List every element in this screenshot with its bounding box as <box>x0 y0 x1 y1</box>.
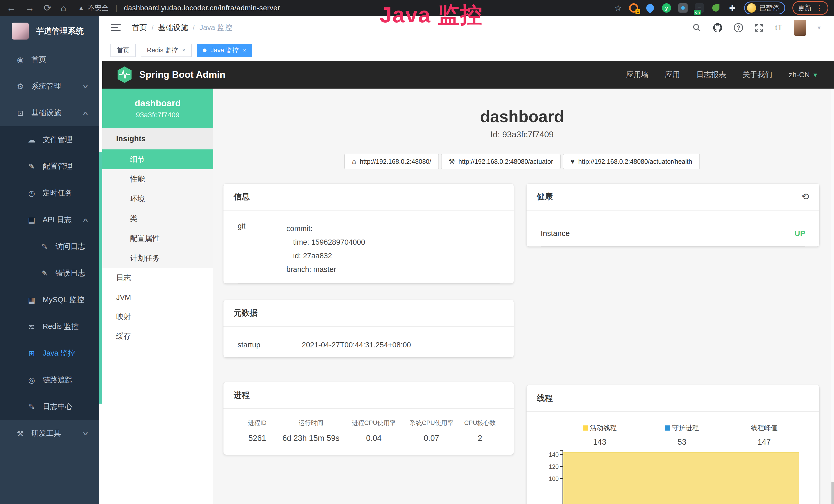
sidebar-item-mysql-monitor[interactable]: ▦ MySQL 监控 <box>0 287 99 313</box>
iframe-scrollbar-thumb[interactable] <box>99 152 102 404</box>
info-key: git <box>238 222 286 276</box>
sidebar-item-file-manage[interactable]: ☁ 文件管理 <box>0 126 99 153</box>
sba-item-classes[interactable]: 类 <box>102 209 213 229</box>
page-scrollbar[interactable] <box>831 89 834 504</box>
sidebar-item-access-log[interactable]: ✎ 访问日志 <box>0 233 99 260</box>
page-scrollbar-thumb[interactable] <box>831 482 834 504</box>
font-size-icon[interactable]: tT <box>775 23 783 32</box>
sba-item-metrics[interactable]: 性能 <box>102 169 213 189</box>
sidebar-item-tracing[interactable]: ◎ 链路追踪 <box>0 367 99 393</box>
sidebar-item-config-manage[interactable]: ✎ 配置管理 <box>0 153 99 180</box>
close-icon[interactable]: × <box>243 47 246 54</box>
sba-sidebar: dashboard 93a3fc7f7409 Insights 细节 性能 环境… <box>102 89 213 504</box>
process-card-body: 进程ID 运行时间 进程CPU使用率 系统CPU使用率 CPU核心数 5261 … <box>223 419 514 455</box>
health-url-button[interactable]: ♥ http://192.168.0.2:48080/actuator/heal… <box>563 154 700 169</box>
profile-paused-pill[interactable]: 已暂停 <box>744 2 785 15</box>
fullscreen-icon[interactable] <box>754 23 764 32</box>
info-card-title: 信息 <box>223 184 514 210</box>
extension-y-icon[interactable]: y <box>662 3 671 13</box>
sidebar-collapse-icon[interactable] <box>111 24 121 31</box>
extensions-puzzle-icon[interactable]: ✚ <box>728 3 737 13</box>
url-text[interactable]: dashboard.yudao.iocoder.cn/infra/admin-s… <box>124 4 280 12</box>
sba-nav-wallboard[interactable]: 应用墙 <box>626 70 649 80</box>
browser-update-button[interactable]: 更新 ⋮ <box>792 1 828 15</box>
reload-icon[interactable]: ⟳ <box>44 3 51 13</box>
forward-icon[interactable]: → <box>25 3 35 13</box>
sidebar-item-label: Redis 监控 <box>43 321 79 332</box>
process-cpu: 0.04 <box>345 434 402 443</box>
sidebar-item-error-log[interactable]: ✎ 错误日志 <box>0 260 99 287</box>
axis-tick <box>560 450 563 451</box>
breadcrumb-home[interactable]: 首页 <box>132 23 147 33</box>
sidebar-item-log-center[interactable]: ✎ 日志中心 <box>0 393 99 420</box>
extension-leaf-icon[interactable] <box>711 3 721 13</box>
browser-menu-icon[interactable]: ⋮ <box>816 4 823 12</box>
sidebar-item-redis-monitor[interactable]: ≋ Redis 监控 <box>0 313 99 340</box>
sba-brand[interactable]: Spring Boot Admin <box>117 66 225 84</box>
info-card: 信息 git commit: time: 1596289704000 id: 2… <box>223 184 514 283</box>
breadcrumb-separator: / <box>152 24 154 32</box>
sidebar-item-infra[interactable]: ⊡ 基础设施 ∧ <box>0 100 99 126</box>
user-avatar[interactable] <box>794 20 806 36</box>
sidebar-item-api-log[interactable]: ▤ API 日志 ∧ <box>0 206 99 233</box>
sba-nav-about[interactable]: 关于我们 <box>743 70 772 80</box>
axis-tick <box>560 454 563 455</box>
history-icon[interactable]: ⟲ <box>802 191 809 202</box>
sidebar-item-java-monitor[interactable]: ⊞ Java 监控 <box>0 340 99 367</box>
health-row-instance[interactable]: Instance UP <box>541 210 805 247</box>
sba-item-environment[interactable]: 环境 <box>102 189 213 209</box>
sba-item-details[interactable]: 细节 <box>102 150 213 169</box>
sba-item-config-props[interactable]: 配置属性 <box>102 229 213 248</box>
sidebar-item-label: 链路追踪 <box>43 375 72 385</box>
app-logo-row[interactable]: 芋道管理系统 <box>0 16 99 46</box>
bookmark-star-icon[interactable]: ☆ <box>614 3 622 13</box>
iframe-scrollbar[interactable] <box>99 23 102 504</box>
not-secure-warning-icon: ▲ <box>78 4 84 12</box>
search-icon[interactable] <box>692 23 701 32</box>
actuator-url-button[interactable]: ⚒ http://192.168.0.2:48080/actuator <box>441 154 561 169</box>
stack-icon: ≋ <box>26 322 38 331</box>
edit-square-icon: ✎ <box>39 269 50 278</box>
axis-tick <box>560 466 563 467</box>
extension-colorzilla-icon[interactable]: 1 <box>629 3 638 13</box>
sidebar-item-label: 错误日志 <box>56 268 85 278</box>
sba-item-scheduled-tasks[interactable]: 计划任务 <box>102 248 213 268</box>
sidebar-item-label: API 日志 <box>43 215 72 225</box>
sba-item-jvm[interactable]: JVM <box>102 288 213 307</box>
tag-java-monitor[interactable]: Java 监控 × <box>197 44 253 57</box>
sba-item-caches[interactable]: 缓存 <box>102 327 213 346</box>
tag-home[interactable]: 首页 <box>110 44 136 57</box>
close-icon[interactable]: × <box>182 47 185 54</box>
sba-item-mappings[interactable]: 映射 <box>102 307 213 327</box>
sba-locale-select[interactable]: zh-CN ▾ <box>789 71 817 79</box>
legend-live-value: 143 <box>559 437 641 447</box>
info-value: commit: time: 1596289704000 id: 27aa832 … <box>286 222 365 276</box>
extension-grid-icon[interactable] <box>678 3 687 13</box>
github-icon[interactable] <box>713 23 723 32</box>
chevron-up-icon: ∧ <box>82 217 89 223</box>
metadata-card-title: 元数据 <box>223 300 514 327</box>
user-menu-caret-icon[interactable]: ▾ <box>817 24 821 31</box>
metadata-card-body: startup 2021-04-27T00:44:31.254+08:00 <box>223 327 514 358</box>
extension-switch-icon[interactable]: ≡ on <box>695 3 704 13</box>
sba-logo-icon <box>117 66 133 84</box>
sidebar-item-system[interactable]: ⚙ 系统管理 ∨ <box>0 73 99 100</box>
extension-pin-icon[interactable] <box>645 3 655 13</box>
help-icon[interactable]: ? <box>734 23 743 32</box>
breadcrumb-infra[interactable]: 基础设施 <box>158 23 188 33</box>
address-bar[interactable]: ▲ 不安全 | dashboard.yudao.iocoder.cn/infra… <box>78 3 280 13</box>
live-threads-area <box>563 452 799 504</box>
chevron-up-icon: ∧ <box>82 110 89 116</box>
home-icon[interactable]: ⌂ <box>61 3 66 13</box>
sidebar-item-home[interactable]: ◉ 首页 <box>0 46 99 73</box>
sba-nav-applications[interactable]: 应用 <box>665 70 680 80</box>
metadata-value: 2021-04-27T00:44:31.254+08:00 <box>302 341 411 349</box>
back-icon[interactable]: ← <box>7 3 16 13</box>
sidebar-item-dev-tools[interactable]: ⚒ 研发工具 ∨ <box>0 420 99 447</box>
sba-item-logs[interactable]: 日志 <box>102 268 213 288</box>
legend-peak-threads: 线程峰值 147 <box>723 423 805 447</box>
sidebar-item-scheduled-jobs[interactable]: ◷ 定时任务 <box>0 180 99 206</box>
sba-nav-journal[interactable]: 日志报表 <box>696 70 726 80</box>
tag-redis-monitor[interactable]: Redis 监控 × <box>141 44 192 57</box>
service-url-button[interactable]: ⌂ http://192.168.0.2:48080/ <box>344 154 439 169</box>
